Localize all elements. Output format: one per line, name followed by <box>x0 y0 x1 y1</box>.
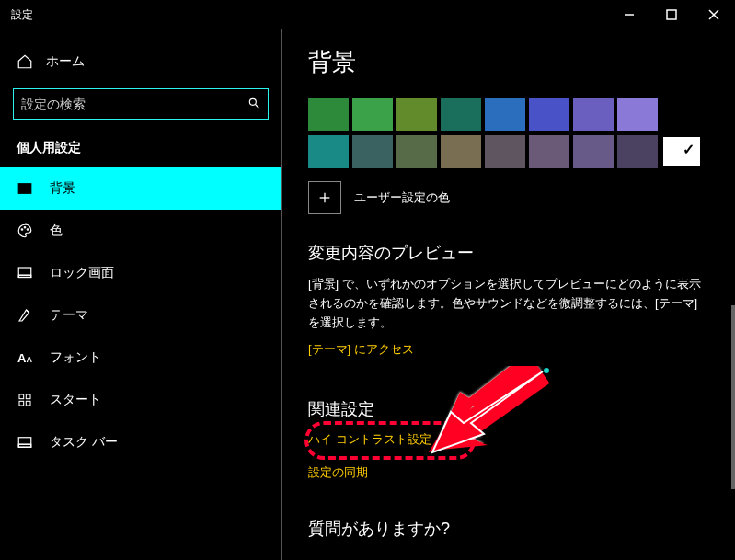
section-label: 個人用設定 <box>0 136 281 167</box>
main-pane: 背景 ユーザー設定の色 変更内容のプレビュー [背景] で、いずれかのオプション… <box>282 29 735 560</box>
sidebar-item-label: タスク バー <box>50 434 118 451</box>
home-icon <box>17 53 33 70</box>
add-custom-color-button[interactable] <box>308 181 341 214</box>
sidebar-item-6[interactable]: タスク バー <box>0 421 281 463</box>
color-swatch[interactable] <box>396 98 437 131</box>
color-swatch[interactable] <box>352 98 393 131</box>
related-link-sync[interactable]: 設定の同期 <box>308 464 709 481</box>
search-box[interactable] <box>13 88 269 120</box>
sidebar-item-label: スタート <box>50 392 101 408</box>
search-icon <box>247 97 260 112</box>
home-link[interactable]: ホーム <box>0 46 281 77</box>
color-swatch[interactable] <box>573 135 614 168</box>
color-swatch[interactable] <box>661 135 702 168</box>
svg-rect-1 <box>667 10 676 19</box>
minimize-button[interactable] <box>608 0 650 29</box>
sidebar-item-0[interactable]: 背景 <box>0 167 281 210</box>
sidebar-item-label: 色 <box>50 223 63 239</box>
svg-point-10 <box>27 229 29 231</box>
page-title: 背景 <box>308 46 709 78</box>
sidebar-item-5[interactable]: スタート <box>0 379 281 421</box>
maximize-button[interactable] <box>650 0 693 29</box>
sidebar: ホーム 個人用設定 背景色ロック画面テーマAAフォントスタートタスク バー <box>0 29 282 560</box>
svg-rect-17 <box>19 401 24 406</box>
color-swatch[interactable] <box>529 98 569 131</box>
question-heading: 質問がありますか? <box>308 518 709 540</box>
color-swatch[interactable] <box>441 98 481 131</box>
preview-heading: 変更内容のプレビュー <box>308 242 709 264</box>
font-icon: AA <box>17 351 33 365</box>
color-swatch[interactable] <box>573 98 614 131</box>
svg-rect-18 <box>26 401 30 406</box>
color-swatch[interactable] <box>529 135 569 168</box>
taskbar-icon <box>17 434 33 451</box>
theme-icon <box>17 307 33 324</box>
picture-icon <box>17 180 33 197</box>
color-swatch[interactable] <box>485 98 525 131</box>
color-swatch[interactable] <box>441 135 481 168</box>
preview-description: [背景] で、いずれかのオプションを選択してプレビューにどのように表示されるのか… <box>308 275 709 332</box>
sidebar-item-label: フォント <box>50 349 101 366</box>
color-swatch[interactable] <box>617 135 658 168</box>
svg-rect-16 <box>26 394 30 399</box>
color-swatch[interactable] <box>617 98 658 131</box>
related-heading: 関連設定 <box>308 398 709 420</box>
svg-rect-15 <box>19 394 24 399</box>
close-button[interactable] <box>693 0 735 29</box>
color-swatches <box>308 98 709 168</box>
sidebar-item-4[interactable]: AAフォント <box>0 337 281 379</box>
sidebar-item-label: ロック画面 <box>50 265 114 281</box>
svg-point-9 <box>24 227 26 229</box>
color-swatch[interactable] <box>308 98 349 131</box>
custom-color-label: ユーザー設定の色 <box>354 189 450 206</box>
color-swatch[interactable] <box>308 135 349 168</box>
svg-line-14 <box>27 310 29 313</box>
window-controls <box>608 0 735 29</box>
window-title: 設定 <box>11 7 33 23</box>
start-icon <box>17 393 33 407</box>
svg-line-5 <box>256 104 259 108</box>
sidebar-item-label: テーマ <box>50 307 88 324</box>
svg-point-8 <box>21 229 23 231</box>
svg-point-4 <box>249 98 256 105</box>
sidebar-item-3[interactable]: テーマ <box>0 294 281 337</box>
lock-screen-icon <box>17 265 33 281</box>
palette-icon <box>17 223 33 239</box>
sidebar-item-label: 背景 <box>50 180 75 197</box>
scrollbar[interactable] <box>731 305 735 489</box>
color-swatch[interactable] <box>396 135 437 168</box>
search-input[interactable] <box>21 97 247 111</box>
color-swatch[interactable] <box>485 135 525 168</box>
sidebar-item-1[interactable]: 色 <box>0 210 281 252</box>
theme-link[interactable]: [テーマ] にアクセス <box>308 341 414 358</box>
related-link-high-contrast[interactable]: ハイ コントラスト設定 <box>308 431 709 448</box>
sidebar-item-2[interactable]: ロック画面 <box>0 252 281 294</box>
home-label: ホーム <box>46 53 85 70</box>
color-swatch[interactable] <box>352 135 393 168</box>
